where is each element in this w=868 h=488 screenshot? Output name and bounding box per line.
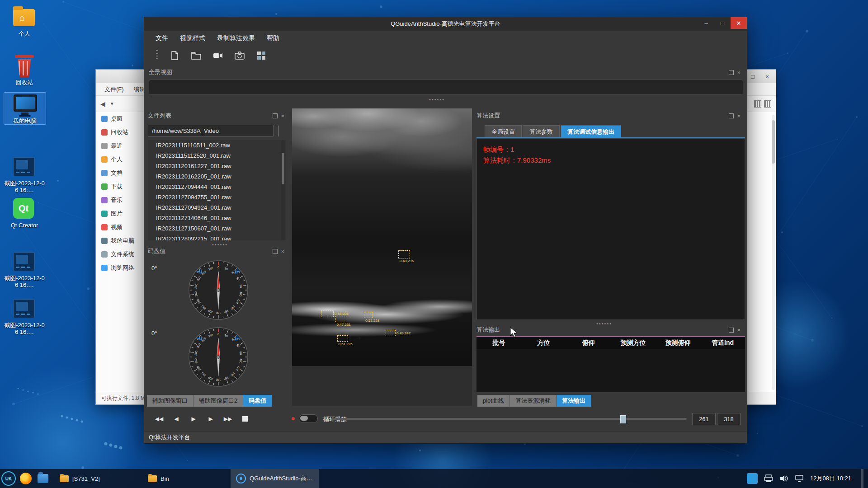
fm-sidebar-item[interactable]: 文件系统 bbox=[96, 248, 146, 261]
desktop-icon-screenshot[interactable]: 截图-2023-12-06 16:… bbox=[4, 250, 45, 288]
algo-output-close-icon[interactable]: × bbox=[737, 328, 741, 332]
splitter-handle[interactable]: •••••• bbox=[429, 97, 445, 102]
app-menu-item[interactable]: 帮助 bbox=[261, 32, 285, 45]
file-list-float-icon[interactable] bbox=[273, 113, 278, 118]
qguide-main-window[interactable]: QGuideArithStudio-高德光电算法开发平台 – □ ✕ 文件视觉样… bbox=[144, 17, 747, 444]
code-disc-float-icon[interactable] bbox=[273, 249, 278, 254]
panorama-strip[interactable] bbox=[149, 80, 743, 95]
fast-forward-button[interactable]: ▶▶ bbox=[221, 413, 235, 425]
desktop-icon-home-folder[interactable]: ⌂个人 bbox=[4, 5, 45, 37]
start-button[interactable]: UK bbox=[0, 469, 17, 488]
file-list-item[interactable]: IR20231128092215_001.raw bbox=[148, 234, 286, 240]
app-maximize-button[interactable]: □ bbox=[714, 17, 731, 29]
app-menu-item[interactable]: 文件 bbox=[150, 32, 174, 45]
settings-tab-全局设置[interactable]: 全局设置 bbox=[485, 125, 522, 138]
play-button[interactable]: ▶ bbox=[187, 413, 200, 425]
fm-sidebar-item[interactable]: 图片 bbox=[96, 207, 146, 221]
file-list-item[interactable]: IR20231115110511_002.raw bbox=[148, 140, 286, 150]
fm-close-button[interactable]: × bbox=[760, 71, 774, 82]
fm-scrollbar[interactable] bbox=[772, 115, 775, 390]
fm-sidebar-item[interactable]: 下载 bbox=[96, 180, 146, 193]
dock-tab-算法资源消耗[interactable]: 算法资源消耗 bbox=[510, 395, 557, 407]
fm-sidebar-item[interactable]: 文档 bbox=[96, 166, 146, 180]
code-disc-close-icon[interactable]: × bbox=[281, 249, 284, 253]
algo-settings-close-icon[interactable]: × bbox=[737, 114, 741, 118]
app-minimize-button[interactable]: – bbox=[698, 17, 714, 29]
file-list-item[interactable]: IR20231127094444_001.raw bbox=[148, 182, 286, 192]
prev-frame-button[interactable]: ◀ bbox=[170, 413, 183, 425]
layout-grid-button[interactable] bbox=[255, 50, 267, 61]
dock-tab-算法输出[interactable]: 算法输出 bbox=[557, 395, 591, 407]
stop-button[interactable] bbox=[238, 413, 252, 425]
open-folder-button[interactable] bbox=[190, 50, 202, 61]
settings-tab-算法参数[interactable]: 算法参数 bbox=[523, 125, 560, 138]
fm-maximize-button[interactable]: □ bbox=[746, 71, 760, 82]
video-display[interactable]: 0.48,2960.48,2360.47,2310.52,2280.49,242… bbox=[292, 108, 472, 406]
desktop-icon-qt-creator[interactable]: QtQt Creator bbox=[4, 197, 45, 229]
file-manager-launcher[interactable] bbox=[34, 469, 52, 488]
printer-icon[interactable] bbox=[764, 474, 773, 483]
app-menu-item[interactable]: 视觉样式 bbox=[174, 32, 211, 45]
desktop-icon-screenshot[interactable]: 截图-2023-12-06 16:… bbox=[4, 297, 45, 335]
dock-tab-辅助图像窗口[interactable]: 辅助图像窗口 bbox=[147, 395, 193, 407]
fm-sidebar-item[interactable]: 个人 bbox=[96, 153, 146, 166]
app-close-button[interactable]: ✕ bbox=[731, 17, 747, 29]
toolbar-grip[interactable] bbox=[156, 50, 158, 61]
fm-view-list-icon[interactable] bbox=[764, 100, 771, 108]
algo-settings-float-icon[interactable] bbox=[729, 113, 734, 118]
fm-sidebar-item[interactable]: 最近 bbox=[96, 139, 146, 153]
file-list-item[interactable]: IR20231120162205_001.raw bbox=[148, 171, 286, 182]
frame-position-box[interactable]: 261 bbox=[692, 413, 716, 425]
fm-sidebar-item[interactable]: 音乐 bbox=[96, 193, 146, 207]
file-list-item[interactable]: IR20231120161227_001.raw bbox=[148, 161, 286, 171]
file-path-input[interactable]: /home/wcw/S338A_Video bbox=[148, 125, 274, 137]
panorama-close-icon[interactable]: × bbox=[737, 70, 741, 75]
desktop-icon-my-computer[interactable]: 我的电脑 bbox=[4, 92, 46, 125]
algo-output-float-icon[interactable] bbox=[729, 328, 734, 333]
show-desktop-button[interactable] bbox=[861, 469, 863, 488]
playback-slider[interactable] bbox=[331, 418, 687, 420]
file-list-item[interactable]: IR20231115112520_001.raw bbox=[148, 150, 286, 161]
path-splitter[interactable] bbox=[278, 126, 278, 136]
dock-tab-plot曲线[interactable]: plot曲线 bbox=[477, 395, 510, 407]
record-video-button[interactable] bbox=[212, 50, 224, 61]
slider-handle[interactable] bbox=[620, 415, 626, 423]
desktop-icon-screenshot[interactable]: 截图-2023-12-06 16:… bbox=[4, 155, 45, 193]
desktop-icon-recycle-bin[interactable]: 回收站 bbox=[4, 54, 45, 86]
fm-sidebar-item[interactable]: 视频 bbox=[96, 221, 146, 234]
loop-toggle[interactable] bbox=[299, 414, 318, 423]
file-list-item[interactable]: IR20231127094924_001.raw bbox=[148, 202, 286, 213]
fm-menu-item[interactable]: 文件(F) bbox=[100, 84, 128, 95]
taskbar-task[interactable]: Bin bbox=[142, 469, 231, 488]
fm-sidebar-item[interactable]: 桌面 bbox=[96, 112, 146, 126]
next-frame-button[interactable]: ▶ bbox=[204, 413, 217, 425]
dock-tab-辅助图像窗口2[interactable]: 辅助图像窗口2 bbox=[193, 395, 243, 407]
fm-history-dropdown[interactable]: ▼ bbox=[110, 101, 114, 106]
fm-back-button[interactable]: ◀ bbox=[100, 100, 105, 108]
file-list-item[interactable]: IR20231127140646_001.raw bbox=[148, 213, 286, 223]
new-file-button[interactable] bbox=[169, 50, 180, 61]
panorama-float-icon[interactable] bbox=[729, 70, 734, 75]
file-list-item[interactable]: IR20231127150607_001.raw bbox=[148, 223, 286, 234]
taskbar-clock[interactable]: 12月08日 10:21 bbox=[810, 474, 851, 483]
settings-tab-算法调试信息输出[interactable]: 算法调试信息输出 bbox=[561, 125, 621, 138]
input-method-icon[interactable] bbox=[747, 473, 758, 484]
volume-icon[interactable] bbox=[779, 474, 788, 483]
taskbar-task[interactable]: [S731_V2] bbox=[54, 469, 142, 488]
frame-total-box[interactable]: 318 bbox=[717, 413, 741, 425]
dock-tab-码盘值[interactable]: 码盘值 bbox=[243, 395, 272, 407]
taskbar-task[interactable]: QGuideArithStudio-高… bbox=[231, 469, 319, 488]
file-list-close-icon[interactable]: × bbox=[281, 114, 284, 118]
file-list-scrollbar[interactable] bbox=[281, 140, 285, 240]
fm-sidebar-item[interactable]: 回收站 bbox=[96, 126, 146, 139]
app-titlebar[interactable]: QGuideArithStudio-高德光电算法开发平台 – □ ✕ bbox=[144, 17, 747, 31]
app-menu-item[interactable]: 录制算法效果 bbox=[211, 32, 261, 45]
fm-sidebar-item[interactable]: 浏览网络 bbox=[96, 261, 146, 275]
fm-sidebar-item[interactable]: 我的电脑 bbox=[96, 234, 146, 248]
browser-launcher[interactable] bbox=[17, 469, 34, 488]
network-icon[interactable] bbox=[795, 474, 804, 483]
file-list-item[interactable]: IR20231127094755_001.raw bbox=[148, 192, 286, 202]
rewind-button[interactable]: ◀◀ bbox=[152, 413, 166, 425]
file-list[interactable]: IR20231115110511_002.rawIR20231115112520… bbox=[148, 140, 286, 240]
snapshot-button[interactable] bbox=[234, 50, 245, 61]
